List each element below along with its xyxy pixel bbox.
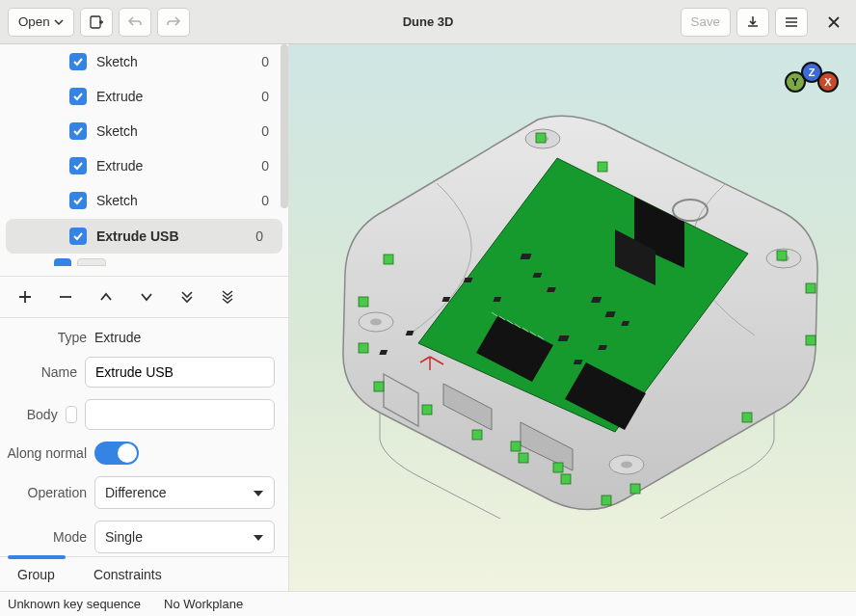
properties-panel: Type Extrude Name Body Along normal Oper… [0, 318, 288, 556]
triple-chevron-down-icon [219, 288, 236, 306]
svg-rect-36 [742, 413, 752, 422]
tree-item-partial [0, 254, 288, 266]
prop-row-along-normal: Along normal [4, 442, 275, 465]
prop-value-type: Extrude [94, 330, 275, 345]
svg-rect-0 [91, 16, 100, 28]
tree-item[interactable]: Extrude 0 [0, 79, 288, 114]
tree-scrollbar[interactable] [281, 44, 288, 208]
prop-row-type: Type Extrude [4, 330, 275, 345]
tree-item-label: Extrude [96, 89, 252, 104]
main-split: Sketch 0 Extrude 0 Sketch 0 Extrude 0 Sk… [0, 44, 856, 591]
move-down-button[interactable] [127, 281, 166, 313]
svg-rect-48 [553, 463, 563, 472]
save-as-button[interactable] [736, 8, 769, 37]
chevron-up-icon [97, 288, 115, 306]
tree-item-label: Extrude [96, 158, 252, 174]
add-group-button[interactable] [6, 281, 44, 313]
status-message: Unknown key sequence [8, 597, 141, 611]
svg-rect-42 [422, 405, 432, 415]
tab-constraints[interactable]: Constraints [84, 559, 172, 590]
mode-select-value: Single [105, 529, 143, 545]
svg-rect-31 [536, 133, 546, 143]
collapse-all-button[interactable] [208, 281, 247, 313]
tree-item-count: 0 [261, 123, 279, 139]
viewport-3d[interactable]: Y Z X [289, 44, 856, 591]
minus-icon [57, 288, 74, 306]
tree-item-count: 0 [261, 193, 279, 208]
save-as-icon [745, 14, 761, 30]
svg-rect-34 [806, 283, 816, 293]
prop-label-mode: Mode [4, 529, 87, 545]
operation-select[interactable]: Difference [94, 476, 275, 509]
model-3d [326, 104, 827, 519]
move-up-button[interactable] [87, 281, 125, 313]
status-bar: Unknown key sequence No Workplane [0, 591, 856, 616]
prop-label-operation: Operation [4, 485, 87, 500]
tree-item[interactable]: Extrude 0 [0, 148, 288, 183]
checkbox-icon[interactable] [69, 192, 87, 209]
svg-rect-38 [602, 495, 611, 505]
status-workplane: No Workplane [164, 597, 243, 611]
close-button[interactable] [819, 8, 848, 37]
tree-item-label: Extrude USB [96, 228, 246, 244]
move-to-bottom-button[interactable] [168, 281, 206, 313]
svg-rect-39 [561, 474, 571, 484]
new-tab-icon [89, 14, 104, 30]
svg-point-8 [621, 462, 632, 469]
checkbox-icon[interactable] [69, 53, 87, 70]
open-button-label: Open [18, 14, 50, 29]
tree-item-count: 0 [261, 158, 279, 174]
along-normal-switch[interactable] [94, 442, 139, 465]
sidebar: Sketch 0 Extrude 0 Sketch 0 Extrude 0 Sk… [0, 44, 289, 591]
body-input[interactable] [85, 399, 275, 430]
save-button-label: Save [691, 14, 720, 29]
header-right-group: Save [681, 8, 848, 37]
tab-group[interactable]: Group [8, 559, 65, 590]
checkbox-icon[interactable] [69, 88, 87, 105]
tree-item[interactable]: Sketch 0 [0, 114, 288, 148]
undo-button[interactable] [119, 8, 151, 37]
svg-rect-40 [519, 453, 528, 463]
svg-rect-32 [598, 162, 607, 172]
checkbox-icon[interactable] [69, 228, 87, 245]
name-input[interactable] [85, 357, 275, 388]
redo-button[interactable] [157, 8, 190, 37]
header-bar: Open Dune 3D Save [0, 0, 856, 44]
tree-item-label: Sketch [96, 54, 252, 69]
open-button[interactable]: Open [8, 8, 74, 37]
tab-indicator [8, 555, 66, 559]
prop-row-operation: Operation Difference [4, 476, 275, 509]
mode-select[interactable]: Single [94, 521, 275, 553]
tree-item[interactable]: Sketch 0 [0, 44, 288, 79]
tree-item[interactable]: Sketch 0 [0, 183, 288, 218]
nav-cube[interactable]: Y Z X [785, 62, 839, 93]
checkbox-icon[interactable] [69, 157, 87, 174]
svg-rect-35 [806, 335, 816, 345]
prop-label-along-normal: Along normal [4, 445, 87, 461]
prop-row-body: Body [4, 399, 275, 430]
checkbox-icon[interactable] [69, 122, 87, 140]
operation-select-value: Difference [105, 485, 167, 500]
save-button[interactable]: Save [681, 8, 731, 37]
svg-rect-37 [630, 484, 640, 494]
prop-row-name: Name [4, 357, 275, 388]
svg-rect-41 [472, 430, 482, 440]
prop-label-name: Name [4, 364, 77, 380]
bottom-tabs: Group Constraints [0, 556, 288, 591]
close-icon [828, 16, 840, 28]
body-checkbox[interactable] [66, 406, 77, 423]
tree-item-label: Sketch [96, 123, 252, 139]
chevron-down-icon [138, 288, 155, 306]
svg-rect-45 [359, 297, 368, 307]
axis-x-icon[interactable]: X [817, 71, 839, 93]
group-toolbar [0, 276, 288, 318]
undo-icon [127, 14, 143, 30]
tree-item-count: 0 [261, 89, 279, 104]
tree-item-count: 0 [255, 228, 273, 244]
new-tab-button[interactable] [80, 8, 113, 37]
double-chevron-down-icon [178, 288, 196, 306]
plus-icon [16, 288, 34, 306]
remove-group-button[interactable] [46, 281, 85, 313]
tree-item-selected[interactable]: Extrude USB 0 [6, 219, 282, 254]
menu-button[interactable] [775, 8, 808, 37]
